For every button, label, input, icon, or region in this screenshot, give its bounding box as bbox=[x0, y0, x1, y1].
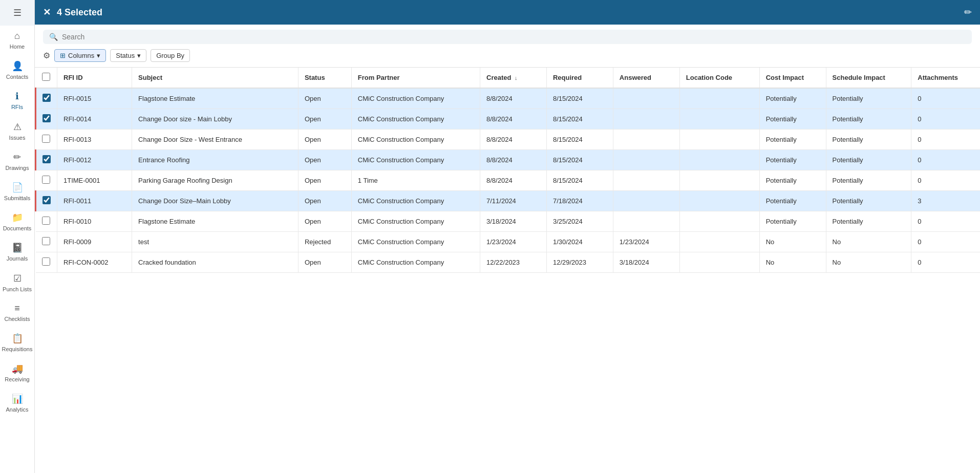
close-button[interactable]: ✕ bbox=[43, 7, 51, 18]
edit-button[interactable]: ✏ bbox=[964, 7, 972, 18]
row-answered bbox=[613, 150, 679, 170]
row-required: 8/15/2024 bbox=[546, 130, 613, 150]
row-subject: Change Door size - Main Lobby bbox=[132, 109, 299, 130]
row-checkbox-cell[interactable] bbox=[36, 109, 57, 130]
sidebar-label-documents: Documents bbox=[3, 225, 32, 232]
sidebar-item-receiving[interactable]: 🚚 Receiving bbox=[0, 358, 34, 388]
toolbar: 🔍 ⚙ ⊞ Columns ▾ Status ▾ Group By bbox=[35, 25, 980, 68]
sidebar-item-analytics[interactable]: 📊 Analytics bbox=[0, 388, 34, 418]
sidebar-item-submittals[interactable]: 📄 Submittals bbox=[0, 177, 34, 207]
filter-icon[interactable]: ⚙ bbox=[43, 51, 50, 60]
th-answered[interactable]: Answered bbox=[613, 68, 679, 88]
row-checkbox-cell[interactable] bbox=[36, 170, 57, 191]
columns-grid-icon: ⊞ bbox=[60, 52, 66, 59]
row-checkbox[interactable] bbox=[42, 196, 51, 204]
sidebar-item-home[interactable]: ⌂ Home bbox=[0, 26, 34, 55]
row-checkbox-cell[interactable] bbox=[36, 211, 57, 232]
search-input[interactable] bbox=[62, 33, 966, 41]
sidebar-item-rfis[interactable]: ℹ RFIs bbox=[0, 85, 34, 116]
sidebar-item-issues[interactable]: ⚠ Issues bbox=[0, 116, 34, 146]
row-from-partner: CMiC Construction Company bbox=[351, 191, 480, 211]
table-row[interactable]: RFI-0013 Change Door Size - West Entranc… bbox=[36, 130, 981, 150]
table-row[interactable]: RFI-0014 Change Door size - Main Lobby O… bbox=[36, 109, 981, 130]
row-from-partner: CMiC Construction Company bbox=[351, 211, 480, 232]
status-chevron-icon: ▾ bbox=[137, 52, 141, 59]
th-rfi-id[interactable]: RFI ID bbox=[57, 68, 132, 88]
row-checkbox[interactable] bbox=[42, 257, 50, 266]
sidebar-item-drawings[interactable]: ✏ Drawings bbox=[0, 146, 34, 177]
row-checkbox-cell[interactable] bbox=[36, 130, 57, 150]
row-checkbox-cell[interactable] bbox=[36, 150, 57, 170]
rfis-icon: ℹ bbox=[15, 91, 19, 102]
table-row[interactable]: RFI-0012 Entrance Roofing Open CMiC Cons… bbox=[36, 150, 981, 170]
table-row[interactable]: RFI-0015 Flagstone Estimate Open CMiC Co… bbox=[36, 88, 981, 109]
th-location-code[interactable]: Location Code bbox=[679, 68, 759, 88]
row-checkbox[interactable] bbox=[42, 155, 51, 163]
documents-icon: 📁 bbox=[12, 212, 23, 223]
row-checkbox-cell[interactable] bbox=[36, 191, 57, 211]
row-schedule-impact: No bbox=[826, 232, 911, 252]
search-bar: 🔍 bbox=[43, 30, 972, 44]
hamburger-icon: ☰ bbox=[13, 7, 22, 18]
row-from-partner: CMiC Construction Company bbox=[351, 232, 480, 252]
row-checkbox-cell[interactable] bbox=[36, 232, 57, 252]
row-cost-impact: Potentially bbox=[759, 88, 826, 109]
columns-button[interactable]: ⊞ Columns ▾ bbox=[54, 49, 106, 62]
row-status: Rejected bbox=[298, 232, 351, 252]
th-required[interactable]: Required bbox=[546, 68, 613, 88]
row-subject: Change Door Size–Main Lobby bbox=[132, 191, 299, 211]
th-cost-impact[interactable]: Cost Impact bbox=[759, 68, 826, 88]
row-required: 12/29/2023 bbox=[546, 252, 613, 273]
row-checkbox-cell[interactable] bbox=[36, 88, 57, 109]
th-attachments[interactable]: Attachments bbox=[911, 68, 980, 88]
th-select-all[interactable] bbox=[36, 68, 57, 88]
punch-lists-icon: ☑ bbox=[13, 273, 22, 284]
th-schedule-impact[interactable]: Schedule Impact bbox=[826, 68, 911, 88]
row-checkbox[interactable] bbox=[42, 114, 51, 122]
sidebar-item-punch-lists[interactable]: ☑ Punch Lists bbox=[0, 268, 34, 298]
th-from-partner[interactable]: From Partner bbox=[351, 68, 480, 88]
row-location-code bbox=[679, 232, 759, 252]
table-row[interactable]: 1TIME-0001 Parking Garage Roofing Design… bbox=[36, 170, 981, 191]
th-subject[interactable]: Subject bbox=[132, 68, 299, 88]
th-created[interactable]: Created ↓ bbox=[480, 68, 547, 88]
row-checkbox-cell[interactable] bbox=[36, 252, 57, 273]
table-row[interactable]: RFI-0009 test Rejected CMiC Construction… bbox=[36, 232, 981, 252]
sidebar-label-receiving: Receiving bbox=[5, 376, 29, 383]
table-row[interactable]: RFI-0011 Change Door Size–Main Lobby Ope… bbox=[36, 191, 981, 211]
sidebar-item-checklists[interactable]: ≡ Checklists bbox=[0, 298, 34, 328]
row-cost-impact: No bbox=[759, 232, 826, 252]
sidebar-item-requisitions[interactable]: 📋 Requisitions bbox=[0, 328, 34, 358]
select-all-checkbox[interactable] bbox=[42, 73, 50, 81]
row-checkbox[interactable] bbox=[42, 176, 50, 184]
row-required: 8/15/2024 bbox=[546, 150, 613, 170]
sidebar-item-journals[interactable]: 📓 Journals bbox=[0, 237, 34, 267]
sidebar-item-documents[interactable]: 📁 Documents bbox=[0, 207, 34, 237]
contacts-icon: 👤 bbox=[12, 60, 23, 72]
row-cost-impact: Potentially bbox=[759, 109, 826, 130]
table-row[interactable]: RFI-CON-0002 Cracked foundation Open CMi… bbox=[36, 252, 981, 273]
row-rfi-id: RFI-0013 bbox=[57, 130, 132, 150]
row-checkbox[interactable] bbox=[42, 237, 50, 245]
row-checkbox[interactable] bbox=[42, 94, 51, 102]
sidebar-hamburger[interactable]: ☰ bbox=[0, 0, 34, 26]
table-body: RFI-0015 Flagstone Estimate Open CMiC Co… bbox=[36, 88, 981, 273]
row-cost-impact: Potentially bbox=[759, 191, 826, 211]
row-location-code bbox=[679, 109, 759, 130]
table-row[interactable]: RFI-0010 Flagstone Estimate Open CMiC Co… bbox=[36, 211, 981, 232]
row-attachments: 0 bbox=[911, 130, 980, 150]
status-button[interactable]: Status ▾ bbox=[110, 49, 146, 62]
row-attachments: 3 bbox=[911, 191, 980, 211]
row-required: 8/15/2024 bbox=[546, 170, 613, 191]
sidebar-label-requisitions: Requisitions bbox=[2, 346, 33, 353]
row-created: 12/22/2023 bbox=[480, 252, 547, 273]
drawings-icon: ✏ bbox=[13, 152, 21, 163]
groupby-button[interactable]: Group By bbox=[151, 49, 190, 62]
row-checkbox[interactable] bbox=[42, 135, 50, 143]
row-checkbox[interactable] bbox=[42, 217, 50, 225]
row-answered: 3/18/2024 bbox=[613, 252, 679, 273]
row-subject: Flagstone Estimate bbox=[132, 211, 299, 232]
th-status[interactable]: Status bbox=[298, 68, 351, 88]
sidebar-item-contacts[interactable]: 👤 Contacts bbox=[0, 55, 34, 85]
row-answered bbox=[613, 211, 679, 232]
